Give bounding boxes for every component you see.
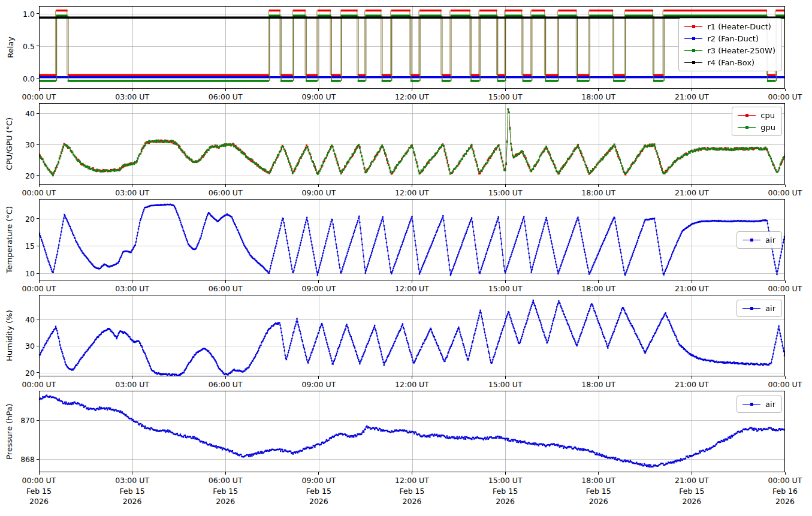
legend-line-swatch xyxy=(742,402,760,407)
x-tick-mark xyxy=(692,472,692,475)
x-tick-label: 03:00 UT xyxy=(115,92,149,102)
legend-entry: r4 (Fan-Box) xyxy=(684,58,775,67)
temperature-plot-canvas xyxy=(39,199,785,280)
legend-label: cpu xyxy=(760,111,775,120)
x-tick-label: 00:00 UT xyxy=(768,92,802,102)
legend-marker xyxy=(692,25,695,28)
legend-line-swatch xyxy=(684,60,702,65)
x-tick-label: 21:00 UT xyxy=(675,188,709,198)
x-tick-mark xyxy=(132,472,132,475)
legend-entry: gpu xyxy=(738,123,775,132)
x-tick-label: 15:00 UT xyxy=(488,379,523,390)
legend-label: r2 (Fan-Duct) xyxy=(707,34,759,43)
x-tick-mark xyxy=(39,185,40,187)
legend-marker xyxy=(745,126,748,129)
legend-entry: r2 (Fan-Duct) xyxy=(684,34,775,43)
figure: Relay CPU/GPU (°C) Temperature (°C) Humi… xyxy=(0,0,812,516)
x-tick-label: 06:00 UT xyxy=(209,283,243,294)
x-tick-mark xyxy=(318,280,319,283)
x-tick-label: 09:00 UT xyxy=(301,379,336,390)
y-tick-label: 868 xyxy=(20,455,35,464)
x-tick-mark xyxy=(225,185,226,187)
y-tick-label: 20 xyxy=(25,368,35,377)
x-tick-label: 12:00 UT Feb 15 2026 xyxy=(395,475,429,507)
x-tick-mark xyxy=(132,280,132,283)
cpu-gpu-plot-canvas xyxy=(39,103,785,185)
x-tick-label: 21:00 UT xyxy=(675,283,709,294)
relay-legend: r1 (Heater-Duct)r2 (Fan-Duct)r3 (Heater-… xyxy=(678,18,782,71)
y-tick-mark xyxy=(37,372,39,373)
x-tick-mark xyxy=(505,280,506,283)
legend-marker xyxy=(750,307,753,310)
x-tick-label: 00:00 UT xyxy=(22,92,56,102)
legend-label: gpu xyxy=(760,123,775,132)
pressure-legend: air xyxy=(736,396,782,413)
x-tick-label: 00:00 UT xyxy=(768,188,802,198)
x-tick-mark xyxy=(132,185,132,187)
x-tick-mark xyxy=(785,472,786,475)
x-tick-label: 21:00 UT xyxy=(675,379,709,390)
y-tick-mark xyxy=(37,113,39,114)
legend-label: air xyxy=(765,400,775,409)
cpu_gpu-legend: cpugpu xyxy=(732,107,782,136)
x-tick-mark xyxy=(225,472,226,475)
x-tick-label: 12:00 UT xyxy=(395,379,429,390)
y-tick-label: 40 xyxy=(25,315,35,324)
y-tick-label: 20 xyxy=(25,214,35,223)
x-tick-mark xyxy=(412,472,412,475)
x-tick-mark xyxy=(412,89,412,91)
x-tick-label: 18:00 UT xyxy=(581,283,615,294)
y-tick-mark xyxy=(37,144,39,145)
x-tick-label: 00:00 UT xyxy=(768,283,802,294)
x-tick-mark xyxy=(785,280,786,283)
x-tick-mark xyxy=(318,89,319,91)
x-tick-mark xyxy=(598,472,599,475)
x-tick-mark xyxy=(692,185,692,187)
legend-entry: r3 (Heater-250W) xyxy=(684,46,775,55)
x-tick-label: 15:00 UT Feb 15 2026 xyxy=(488,475,523,507)
y-tick-mark xyxy=(37,175,39,176)
legend-line-swatch xyxy=(684,36,702,41)
legend-line-swatch xyxy=(684,24,702,29)
x-tick-mark xyxy=(412,280,412,283)
cpu-gpu-ylabel: CPU/GPU (°C) xyxy=(5,117,14,170)
y-tick-label: 20 xyxy=(25,171,35,180)
x-tick-mark xyxy=(39,472,40,475)
x-tick-mark xyxy=(598,376,599,379)
x-tick-mark xyxy=(132,376,132,379)
legend-line-swatch xyxy=(738,113,756,118)
x-tick-mark xyxy=(318,472,319,475)
legend-marker xyxy=(750,239,753,242)
x-tick-mark xyxy=(785,376,786,379)
legend-marker xyxy=(692,61,695,64)
y-tick-label: 15 xyxy=(25,242,35,251)
y-tick-label: 40 xyxy=(25,109,35,118)
x-tick-mark xyxy=(505,185,506,187)
x-tick-label: 00:00 UT xyxy=(22,283,56,294)
x-tick-mark xyxy=(692,376,692,379)
legend-label: air xyxy=(765,236,775,245)
legend-label: r3 (Heater-250W) xyxy=(707,46,775,55)
x-tick-label: 12:00 UT xyxy=(395,92,429,102)
x-tick-label: 21:00 UT Feb 15 2026 xyxy=(675,475,709,507)
legend-line-swatch xyxy=(742,237,760,243)
x-tick-mark xyxy=(505,376,506,379)
x-tick-label: 03:00 UT Feb 15 2026 xyxy=(115,475,149,507)
x-tick-mark xyxy=(318,376,319,379)
x-tick-mark xyxy=(692,280,692,283)
x-tick-mark xyxy=(598,185,599,187)
x-tick-label: 09:00 UT Feb 15 2026 xyxy=(301,475,336,507)
x-tick-mark xyxy=(692,89,692,91)
legend-line-swatch xyxy=(742,306,760,311)
y-tick-mark xyxy=(37,218,39,219)
y-tick-label: 0.0 xyxy=(23,74,35,83)
humidity-ylabel: Humidity (%) xyxy=(5,310,14,361)
y-tick-mark xyxy=(37,78,39,79)
x-tick-label: 15:00 UT xyxy=(488,92,523,102)
x-tick-mark xyxy=(39,89,40,91)
y-tick-mark xyxy=(37,346,39,346)
relay-plot-canvas xyxy=(39,6,785,89)
y-tick-label: 30 xyxy=(25,140,35,149)
legend-entry: cpu xyxy=(738,111,775,120)
x-tick-label: 00:00 UT xyxy=(22,188,56,198)
